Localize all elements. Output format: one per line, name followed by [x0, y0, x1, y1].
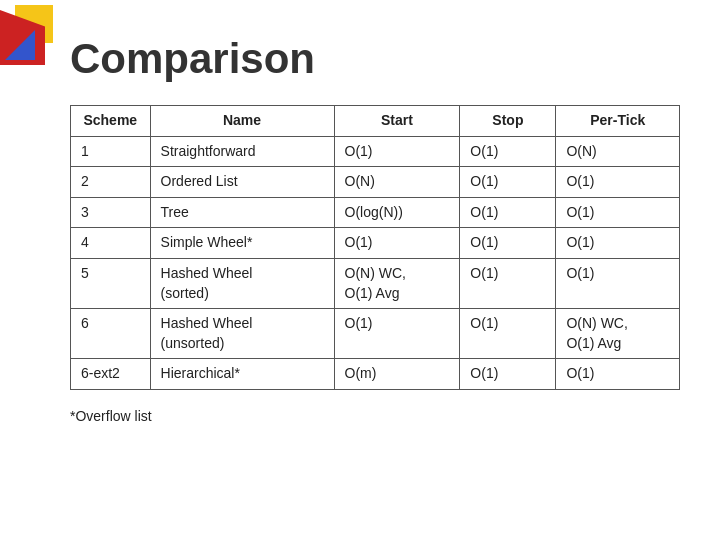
cell-stop: O(1)	[460, 228, 556, 259]
table-row: 5Hashed Wheel(sorted)O(N) WC,O(1) AvgO(1…	[71, 258, 680, 308]
cell-name: Simple Wheel*	[150, 228, 334, 259]
col-header-stop: Stop	[460, 106, 556, 137]
cell-start: O(m)	[334, 359, 460, 390]
cell-start: O(N)	[334, 167, 460, 198]
table-row: 4Simple Wheel*O(1)O(1)O(1)	[71, 228, 680, 259]
table-header-row: Scheme Name Start Stop Per-Tick	[71, 106, 680, 137]
cell-stop: O(1)	[460, 167, 556, 198]
cell-stop: O(1)	[460, 197, 556, 228]
cell-scheme: 6	[71, 309, 151, 359]
cell-start: O(1)	[334, 136, 460, 167]
cell-start: O(1)	[334, 309, 460, 359]
col-header-name: Name	[150, 106, 334, 137]
cell-scheme: 3	[71, 197, 151, 228]
col-header-pertick: Per-Tick	[556, 106, 680, 137]
cell-stop: O(1)	[460, 359, 556, 390]
cell-pertick: O(1)	[556, 197, 680, 228]
cell-scheme: 1	[71, 136, 151, 167]
cell-scheme: 5	[71, 258, 151, 308]
cell-start: O(N) WC,O(1) Avg	[334, 258, 460, 308]
table-row: 3TreeO(log(N))O(1)O(1)	[71, 197, 680, 228]
cell-scheme: 2	[71, 167, 151, 198]
table-row: 6Hashed Wheel(unsorted)O(1)O(1)O(N) WC,O…	[71, 309, 680, 359]
cell-name: Hashed Wheel(unsorted)	[150, 309, 334, 359]
cell-pertick: O(N)	[556, 136, 680, 167]
cell-pertick: O(N) WC,O(1) Avg	[556, 309, 680, 359]
cell-pertick: O(1)	[556, 258, 680, 308]
cell-start: O(1)	[334, 228, 460, 259]
table-row: 1StraightforwardO(1)O(1)O(N)	[71, 136, 680, 167]
cell-pertick: O(1)	[556, 167, 680, 198]
col-header-start: Start	[334, 106, 460, 137]
cell-scheme: 4	[71, 228, 151, 259]
cell-name: Straightforward	[150, 136, 334, 167]
cell-name: Ordered List	[150, 167, 334, 198]
cell-name: Hierarchical*	[150, 359, 334, 390]
cell-stop: O(1)	[460, 258, 556, 308]
page-content: Comparison Scheme Name Start Stop Per-Ti…	[0, 0, 720, 540]
cell-pertick: O(1)	[556, 228, 680, 259]
cell-scheme: 6-ext2	[71, 359, 151, 390]
cell-pertick: O(1)	[556, 359, 680, 390]
cell-name: Hashed Wheel(sorted)	[150, 258, 334, 308]
col-header-scheme: Scheme	[71, 106, 151, 137]
table-row: 6-ext2Hierarchical*O(m)O(1)O(1)	[71, 359, 680, 390]
cell-stop: O(1)	[460, 309, 556, 359]
cell-start: O(log(N))	[334, 197, 460, 228]
cell-stop: O(1)	[460, 136, 556, 167]
comparison-table: Scheme Name Start Stop Per-Tick 1Straigh…	[70, 105, 680, 390]
footnote: *Overflow list	[70, 408, 680, 424]
cell-name: Tree	[150, 197, 334, 228]
table-row: 2Ordered ListO(N)O(1)O(1)	[71, 167, 680, 198]
page-title: Comparison	[70, 35, 680, 83]
